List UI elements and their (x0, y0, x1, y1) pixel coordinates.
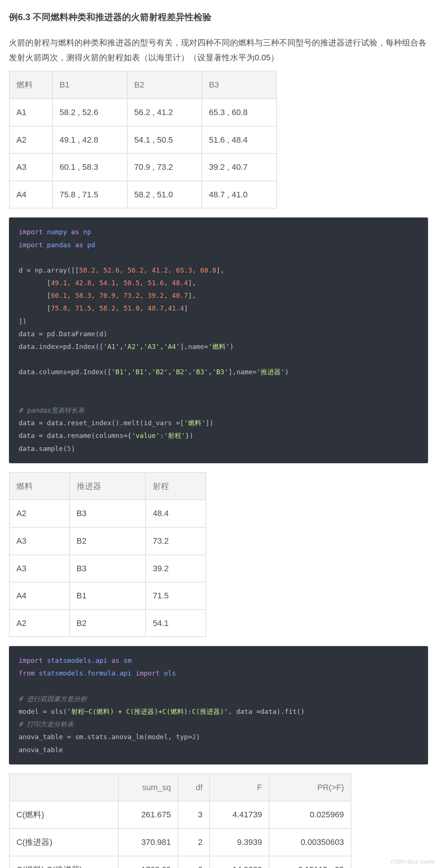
watermark: CSDN @La Suerte (391, 857, 435, 867)
table-row: A475.8 , 71.558.2 , 51.048.7 , 41.0 (9, 181, 277, 209)
th: 燃料 (9, 71, 52, 99)
table-row: A3B339.2 (9, 555, 206, 582)
th: 燃料 (9, 473, 70, 500)
table-row: A158.2 , 52.656.2 , 41.265.3 , 60.8 (9, 99, 277, 126)
table-row: C(推进器)370.98129.39390.00350603 (9, 829, 351, 856)
section-heading: 例6.3 不同燃料种类和推进器的火箭射程差异性检验 (9, 9, 428, 25)
intro-paragraph: 火箭的射程与燃料的种类和推进器的型号有关，现对四种不同的燃料与三种不同型号的推进… (9, 35, 428, 65)
th: df (178, 774, 210, 801)
th: F (210, 774, 269, 801)
code-block-1: import numpy as np import pandas as pd d… (9, 217, 428, 463)
th: 推进器 (70, 473, 146, 500)
data-table-1: 燃料 B1 B2 B3 A158.2 , 52.656.2 , 41.265.3… (9, 71, 277, 209)
th: B3 (202, 71, 277, 99)
table-row: C(燃料)261.67534.417390.025969 (9, 801, 351, 829)
th: B2 (127, 71, 202, 99)
table-row: A4B171.5 (9, 582, 206, 610)
th: sum_sq (118, 774, 178, 801)
th: PR(>F) (269, 774, 351, 801)
table-row: A2B254.1 (9, 610, 206, 637)
table-row: A360.1 , 58.370.9 , 73.239.2 , 40.7 (9, 153, 277, 181)
code-block-2: import statsmodels.api as sm from statsm… (9, 646, 428, 764)
th (9, 774, 118, 801)
table-row: A2B348.4 (9, 500, 206, 527)
table-row: A3B273.2 (9, 527, 206, 555)
sample-table: 燃料 推进器 射程 A2B348.4 A3B273.2 A3B339.2 A4B… (9, 472, 206, 638)
anova-table: sum_sq df F PR(>F) C(燃料)261.67534.417390… (9, 773, 351, 868)
table-row: A249.1 , 42.854.1 , 50.551.6 , 48.4 (9, 126, 277, 154)
th: B1 (52, 71, 127, 99)
table-row: C(燃料):C(推进器)1768.69614.92886.15115e-05 (9, 856, 351, 868)
th: 射程 (146, 473, 206, 500)
